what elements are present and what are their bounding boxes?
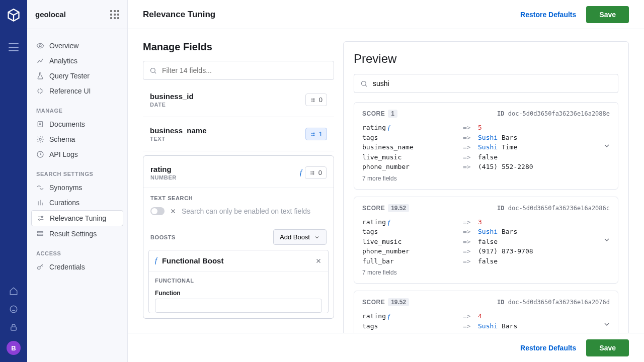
sidebar-item-label: API Logs bbox=[49, 150, 78, 158]
result-id: ID doc-5d0d3650fa36236e16a2086c bbox=[497, 205, 610, 212]
apps-icon[interactable] bbox=[110, 10, 119, 19]
sidebar-item-label: Synonyms bbox=[49, 184, 82, 192]
result-value: false bbox=[478, 237, 610, 247]
svg-rect-1 bbox=[11, 327, 17, 330]
result-value: 5 bbox=[478, 123, 610, 133]
app-logo-icon bbox=[7, 8, 21, 22]
svg-point-16 bbox=[313, 171, 314, 172]
svg-point-7 bbox=[39, 219, 40, 220]
sidebar-item-relevance-tuning[interactable]: Relevance Tuning bbox=[31, 210, 123, 226]
function-icon: f bbox=[388, 218, 390, 226]
result-card: SCORE1ID doc-5d0d3650fa36236e16a2088erat… bbox=[354, 102, 618, 190]
sidebar-item-result-settings[interactable]: Result Settings bbox=[31, 226, 123, 241]
svg-point-0 bbox=[10, 306, 17, 313]
sliders-icon bbox=[310, 131, 316, 137]
field-count-pill[interactable]: 1 bbox=[305, 128, 327, 140]
chevron-down-icon[interactable] bbox=[603, 320, 611, 328]
sidebar-item-label: Reference UI bbox=[49, 87, 91, 95]
chevron-down-icon[interactable] bbox=[603, 236, 611, 244]
result-value: false bbox=[478, 256, 610, 266]
result-value: Sushi Bars bbox=[478, 227, 610, 237]
add-boost-button[interactable]: Add Boost bbox=[273, 229, 327, 245]
result-value: (415) 552-2280 bbox=[478, 162, 610, 172]
score-value: 19.52 bbox=[388, 298, 409, 306]
sidebar-section-search-settings: SEARCH SETTINGS bbox=[31, 162, 123, 180]
field-name: business_id bbox=[150, 92, 302, 101]
result-key: tags bbox=[362, 227, 463, 237]
page-title: Relevance Tuning bbox=[143, 10, 520, 20]
eye-icon bbox=[36, 42, 44, 50]
function-select[interactable] bbox=[155, 299, 322, 313]
topbar: Relevance Tuning Restore Defaults Save bbox=[128, 0, 644, 29]
sliders-icon bbox=[37, 214, 45, 222]
sidebar-item-label: Documents bbox=[49, 120, 85, 128]
x-icon bbox=[170, 208, 177, 215]
preview-search-input[interactable] bbox=[373, 79, 612, 87]
field-type: DATE bbox=[150, 102, 302, 108]
filter-fields-input-wrap[interactable] bbox=[143, 61, 334, 80]
sidebar-item-reference-ui[interactable]: Reference UI bbox=[31, 83, 123, 99]
avatar[interactable]: B bbox=[7, 341, 21, 355]
result-key: ratingf bbox=[362, 123, 463, 133]
sidebar-item-schema[interactable]: Schema bbox=[31, 132, 123, 147]
save-button[interactable]: Save bbox=[586, 339, 629, 356]
preview-title: Preview bbox=[354, 52, 618, 66]
result-key: live_music bbox=[362, 152, 463, 162]
sidebar-item-label: Relevance Tuning bbox=[50, 214, 106, 222]
gear-icon bbox=[36, 135, 44, 143]
result-value: 3 bbox=[478, 217, 610, 227]
filter-fields-input[interactable] bbox=[162, 66, 328, 74]
sidebar-item-query-tester[interactable]: Query Tester bbox=[31, 68, 123, 83]
sidebar: geolocal Overview Analytics Query Tester… bbox=[27, 0, 128, 362]
close-icon[interactable] bbox=[315, 257, 322, 264]
home-icon[interactable] bbox=[9, 287, 18, 296]
result-key: full_bar bbox=[362, 256, 463, 266]
more-fields: 7 more fields bbox=[362, 269, 610, 276]
svg-point-15 bbox=[313, 135, 314, 136]
result-value: (917) 873-9708 bbox=[478, 246, 610, 256]
preview-search-wrap[interactable] bbox=[354, 74, 618, 93]
sidebar-item-analytics[interactable]: Analytics bbox=[31, 53, 123, 68]
result-id: ID doc-5d0d3650fa36236e16a2076d bbox=[497, 299, 610, 306]
sidebar-item-label: Analytics bbox=[49, 57, 77, 65]
sidebar-item-documents[interactable]: Documents bbox=[31, 117, 123, 132]
sidebar-item-label: Credentials bbox=[49, 263, 85, 271]
search-icon bbox=[149, 67, 157, 74]
boosts-label: BOOSTS bbox=[150, 234, 176, 240]
text-search-hint: Search can only be enabled on text field… bbox=[182, 207, 310, 215]
sliders-icon bbox=[309, 170, 315, 176]
sidebar-item-overview[interactable]: Overview bbox=[31, 38, 123, 53]
restore-defaults-link[interactable]: Restore Defaults bbox=[520, 11, 576, 19]
sidebar-item-synonyms[interactable]: Synonyms bbox=[31, 180, 123, 195]
result-value: Sushi Bars bbox=[478, 133, 610, 143]
function-icon: f bbox=[155, 257, 157, 265]
restore-defaults-link[interactable]: Restore Defaults bbox=[520, 344, 576, 352]
result-key: business_name bbox=[362, 142, 463, 152]
sidebar-item-curations[interactable]: Curations bbox=[31, 195, 123, 210]
lock-icon[interactable] bbox=[9, 323, 18, 332]
field-count-pill[interactable]: 0 bbox=[305, 166, 327, 179]
sidebar-item-label: Schema bbox=[49, 135, 75, 143]
manage-fields-title: Manage Fields bbox=[143, 41, 334, 53]
save-button[interactable]: Save bbox=[586, 6, 629, 23]
sidebar-item-api-logs[interactable]: API Logs bbox=[31, 147, 123, 162]
menu-icon[interactable] bbox=[9, 43, 19, 51]
field-row[interactable]: business_idDATE0 bbox=[143, 83, 334, 117]
result-key: tags bbox=[362, 133, 463, 143]
flask-icon bbox=[36, 72, 44, 80]
chat-icon[interactable] bbox=[9, 305, 18, 314]
sidebar-item-credentials[interactable]: Credentials bbox=[31, 259, 123, 275]
svg-point-14 bbox=[313, 133, 314, 134]
result-key: tags bbox=[362, 321, 463, 331]
field-count-pill[interactable]: 0 bbox=[305, 94, 327, 106]
field-name: rating bbox=[150, 165, 298, 173]
svg-point-11 bbox=[151, 68, 155, 72]
svg-point-10 bbox=[38, 266, 40, 269]
sidebar-section-manage: MANAGE bbox=[31, 99, 123, 117]
svg-point-12 bbox=[313, 99, 314, 100]
result-settings-icon bbox=[36, 230, 44, 238]
field-row[interactable]: business_nameTEXT1 bbox=[143, 117, 334, 151]
synonyms-icon bbox=[36, 184, 44, 192]
chevron-down-icon[interactable] bbox=[603, 142, 611, 150]
sidebar-item-label: Curations bbox=[49, 199, 79, 207]
